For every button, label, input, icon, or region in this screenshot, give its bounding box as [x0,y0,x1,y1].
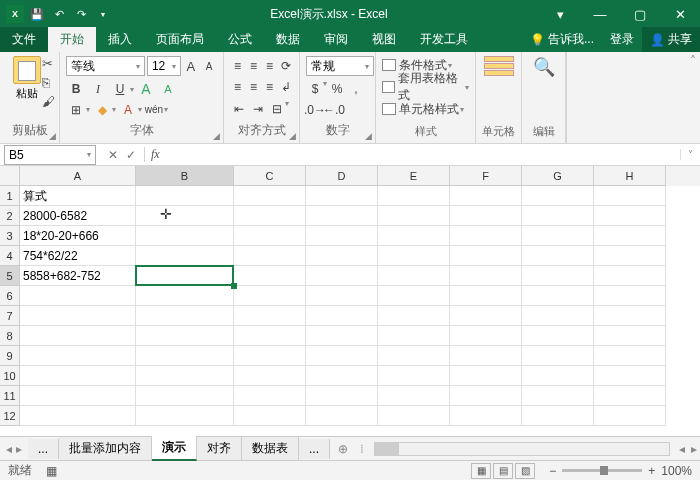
col-header-f[interactable]: F [450,166,522,186]
tell-me[interactable]: 💡告诉我... [522,27,602,52]
scroll-left-icon[interactable]: ◂ [676,442,688,456]
add-sheet-button[interactable]: ⊕ [330,442,356,456]
font-color-button[interactable]: A [118,100,138,120]
redo-icon[interactable]: ↷ [72,5,90,23]
ribbon-minimize-icon[interactable]: ▾ [540,0,580,28]
cell[interactable] [136,306,234,326]
number-launcher-icon[interactable]: ◢ [363,131,373,141]
cell[interactable] [522,266,594,286]
cell[interactable] [306,246,378,266]
row-header[interactable]: 10 [0,366,20,386]
merge-button[interactable]: ⊟ [268,99,286,119]
percent-icon[interactable]: % [328,79,346,99]
cell[interactable] [450,306,522,326]
cell[interactable] [306,186,378,206]
cell[interactable] [522,366,594,386]
tab-data[interactable]: 数据 [264,27,312,52]
cell[interactable] [234,306,306,326]
cell[interactable] [522,226,594,246]
row-header[interactable]: 1 [0,186,20,206]
zoom-slider[interactable] [562,469,642,472]
col-header-b[interactable]: B [136,166,234,186]
cell[interactable] [234,246,306,266]
cell[interactable] [522,386,594,406]
maximize-button[interactable]: ▢ [620,0,660,28]
cell-styles-button[interactable]: 单元格样式 ▾ [382,100,469,118]
clipboard-launcher-icon[interactable]: ◢ [47,131,57,141]
cell[interactable] [20,306,136,326]
cell[interactable] [522,206,594,226]
chevron-down-icon[interactable]: ▾ [323,79,327,99]
view-normal-icon[interactable]: ▦ [471,463,491,479]
cell[interactable] [136,406,234,426]
cell[interactable]: 18*20-20+666 [20,226,136,246]
cell[interactable] [306,286,378,306]
comma-icon[interactable]: , [347,79,365,99]
number-format-select[interactable]: 常规▾ [306,56,374,76]
increase-decimal-icon[interactable]: .0→ [306,100,324,120]
orientation-icon[interactable]: ⟳ [278,56,293,76]
sheet-nav-next-icon[interactable]: ▸ [16,442,22,456]
chevron-down-icon[interactable]: ▾ [130,85,134,94]
align-middle-icon[interactable]: ≡ [246,56,261,76]
cell[interactable] [378,226,450,246]
phonetic-button[interactable]: wén [144,100,164,120]
cell[interactable] [594,186,666,206]
cell[interactable] [594,346,666,366]
close-button[interactable]: ✕ [660,0,700,28]
sheet-tab[interactable]: 数据表 [242,437,299,460]
cell[interactable] [234,286,306,306]
cell[interactable] [234,206,306,226]
qat-dropdown-icon[interactable]: ▾ [94,5,112,23]
row-header[interactable]: 2 [0,206,20,226]
copy-icon[interactable]: ⎘ [42,75,55,90]
cell[interactable] [306,266,378,286]
cell[interactable] [594,406,666,426]
cell[interactable] [136,346,234,366]
cell[interactable] [450,206,522,226]
cell[interactable] [594,386,666,406]
cell[interactable] [378,286,450,306]
minimize-button[interactable]: — [580,0,620,28]
tab-review[interactable]: 审阅 [312,27,360,52]
fill-color-button[interactable]: ◆ [92,100,112,120]
cell[interactable] [522,186,594,206]
cell[interactable] [306,326,378,346]
login-button[interactable]: 登录 [602,27,642,52]
find-icon[interactable]: 🔍 [528,56,559,78]
cell[interactable] [136,266,234,286]
cell[interactable] [450,346,522,366]
decrease-font-icon[interactable]: A [201,56,217,76]
spreadsheet-grid[interactable]: A B C D E F G H 1算式 228000-6582 318*20-2… [0,166,700,436]
align-right-icon[interactable]: ≡ [262,77,277,97]
align-left-icon[interactable]: ≡ [230,77,245,97]
cell[interactable] [20,406,136,426]
row-header[interactable]: 5 [0,266,20,286]
row-header[interactable]: 3 [0,226,20,246]
cell[interactable]: 754*62/22 [20,246,136,266]
border-button[interactable]: ⊞ [66,100,86,120]
sheet-tab[interactable]: ... [28,439,59,459]
cell[interactable] [522,306,594,326]
cell[interactable]: 28000-6582 [20,206,136,226]
bold-button[interactable]: B [66,79,86,99]
cell[interactable] [20,286,136,306]
font-size-select[interactable]: 12▾ [147,56,181,76]
font-name-select[interactable]: 等线▾ [66,56,145,76]
align-top-icon[interactable]: ≡ [230,56,245,76]
align-launcher-icon[interactable]: ◢ [287,131,297,141]
cell[interactable] [594,286,666,306]
cell[interactable] [136,386,234,406]
font-launcher-icon[interactable]: ◢ [211,131,221,141]
cell[interactable] [594,226,666,246]
cell[interactable] [20,386,136,406]
tab-home[interactable]: 开始 [48,27,96,52]
tab-insert[interactable]: 插入 [96,27,144,52]
row-header[interactable]: 9 [0,346,20,366]
cell[interactable] [378,326,450,346]
cell[interactable] [20,366,136,386]
currency-icon[interactable]: $ [306,79,324,99]
expand-formula-bar-icon[interactable]: ˅ [680,149,700,160]
cell[interactable] [136,366,234,386]
cell[interactable] [378,206,450,226]
